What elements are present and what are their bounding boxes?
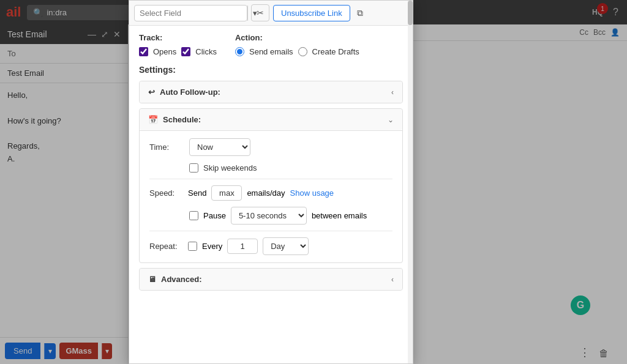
gmass-panel-scroll: ▾ ✂ Unsubscribe Link ⧉ Track:: [129, 1, 413, 363]
send-emails-radio-row: Send emails: [235, 47, 293, 56]
skip-weekends-row: Skip weekends: [189, 163, 392, 173]
auto-followup-header-left: ↩ Auto Follow-up:: [148, 87, 220, 97]
pause-select[interactable]: 5-10 seconds 10-20 seconds 20-30 seconds: [231, 207, 307, 225]
auto-followup-label: Auto Follow-up:: [160, 87, 220, 97]
max-input[interactable]: [211, 185, 242, 201]
create-drafts-radio-row: Create Drafts: [298, 47, 359, 56]
time-label: Time:: [149, 143, 183, 152]
scroll-thumb[interactable]: [408, 1, 413, 25]
schedule-header-left: 📅 Schedule:: [148, 115, 201, 124]
auto-followup-chevron: ‹: [391, 88, 394, 97]
schedule-label: Schedule:: [163, 115, 201, 124]
scissors-icon: ✂: [257, 8, 264, 18]
skip-weekends-checkbox[interactable]: [189, 163, 198, 173]
repeat-number-input[interactable]: [227, 239, 258, 254]
monitor-icon: 🖥: [148, 275, 156, 284]
repeat-label: Repeat:: [149, 242, 183, 251]
schedule-content: Time: Now Scheduled Skip weekends: [140, 130, 402, 262]
advanced-collapsible: 🖥 Advanced: ‹: [139, 268, 403, 291]
auto-followup-collapsible: ↩ Auto Follow-up: ‹: [139, 81, 403, 103]
repeat-checkbox[interactable]: [188, 242, 197, 251]
scissors-button[interactable]: ✂: [251, 4, 269, 21]
schedule-header[interactable]: 📅 Schedule: ⌄: [140, 109, 402, 130]
send-emails-label: Send emails: [249, 47, 293, 56]
schedule-collapsible: 📅 Schedule: ⌄ Time: Now Scheduled: [139, 108, 403, 263]
opens-label: Opens: [153, 47, 176, 56]
every-label: Every: [202, 242, 222, 251]
between-emails-label: between emails: [312, 211, 367, 220]
time-select[interactable]: Now Scheduled: [189, 138, 250, 156]
skip-weekends-label: Skip weekends: [203, 163, 257, 173]
reply-icon: ↩: [148, 87, 155, 97]
calendar-icon: 📅: [148, 115, 158, 124]
clicks-checkbox[interactable]: [181, 47, 190, 56]
repeat-row: Repeat: Every Day Week Month: [149, 237, 392, 255]
action-section: Action: Send emails Create Drafts: [235, 33, 359, 56]
speed-label: Speed:: [149, 188, 183, 198]
show-usage-link[interactable]: Show usage: [290, 188, 334, 198]
copy-button[interactable]: ⧉: [354, 5, 366, 21]
advanced-header-left: 🖥 Advanced:: [148, 275, 201, 284]
send-text: Send: [188, 188, 206, 198]
clicks-label: Clicks: [195, 47, 217, 56]
settings-heading: Settings:: [139, 65, 403, 75]
track-section: Track: Opens Clicks: [139, 33, 217, 56]
send-emails-radio[interactable]: [235, 47, 244, 56]
auto-followup-header[interactable]: ↩ Auto Follow-up: ‹: [140, 81, 402, 103]
opens-checkbox-row: Opens: [139, 47, 176, 56]
advanced-header[interactable]: 🖥 Advanced: ‹: [140, 269, 402, 290]
pause-row: Pause 5-10 seconds 10-20 seconds 20-30 s…: [189, 207, 392, 225]
select-field-wrapper: ▾: [134, 5, 247, 21]
divider-2: [149, 231, 392, 231]
gmass-toolbar: ▾ ✂ Unsubscribe Link ⧉: [129, 1, 413, 26]
opens-checkbox[interactable]: [139, 47, 148, 56]
time-row: Time: Now Scheduled: [149, 138, 392, 156]
advanced-chevron: ‹: [391, 275, 394, 284]
emails-per-day-label: emails/day: [247, 188, 285, 198]
repeat-unit-select[interactable]: Day Week Month: [263, 237, 309, 255]
pause-label: Pause: [203, 211, 226, 220]
divider-1: [149, 179, 392, 179]
gmass-settings-panel: ▾ ✂ Unsubscribe Link ⧉ Track:: [129, 0, 413, 364]
copy-icon: ⧉: [357, 8, 363, 18]
track-checkboxes: Opens Clicks: [139, 47, 217, 56]
clicks-checkbox-row: Clicks: [181, 47, 217, 56]
schedule-chevron: ⌄: [388, 116, 394, 124]
settings-content: Track: Opens Clicks Action:: [129, 26, 413, 303]
action-radios: Send emails Create Drafts: [235, 47, 359, 56]
track-action-row: Track: Opens Clicks Action:: [139, 33, 403, 56]
speed-row: Speed: Send emails/day Show usage: [149, 185, 392, 201]
scroll-track[interactable]: [408, 1, 413, 363]
advanced-label: Advanced:: [161, 275, 201, 284]
action-label: Action:: [235, 33, 359, 42]
track-label: Track:: [139, 33, 217, 42]
pause-checkbox[interactable]: [189, 211, 198, 220]
select-field-input[interactable]: [135, 6, 247, 21]
create-drafts-radio[interactable]: [298, 47, 307, 56]
create-drafts-label: Create Drafts: [312, 47, 359, 56]
unsubscribe-button[interactable]: Unsubscribe Link: [273, 5, 350, 21]
